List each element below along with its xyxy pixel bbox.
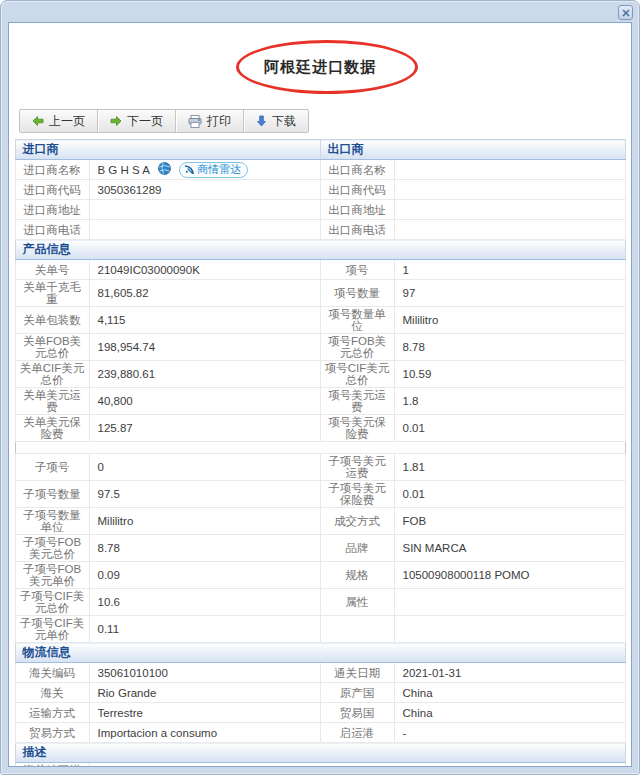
field-label: 项号数量 (320, 280, 394, 307)
printer-icon (188, 115, 202, 128)
field-label: 项号 (320, 260, 394, 280)
field-label (320, 616, 394, 643)
field-label: 关单FOB美元总价 (15, 334, 89, 361)
section-header-row: 进口商 出口商 (15, 140, 625, 160)
field-value: 10.6 (89, 589, 320, 616)
field-label: 子项号FOB美元单价 (15, 562, 89, 589)
section-header-product: 产品信息 (15, 240, 625, 260)
table-row: 子项号CIF美元总价 10.6 属性 (15, 589, 625, 616)
prev-page-label: 上一页 (49, 114, 85, 128)
field-label: 子项号美元运费 (320, 454, 394, 481)
field-label: 属性 (320, 589, 394, 616)
business-radar-label: 商情雷达 (197, 163, 241, 176)
field-label: 子项号数量单位 (15, 508, 89, 535)
field-label: 关单号 (15, 260, 89, 280)
table-row: 关单号 21049IC03000090K 项号 1 (15, 260, 625, 280)
download-label: 下载 (272, 114, 296, 128)
table-row: 进口商名称 B G H S A (15, 160, 625, 180)
table-row: 海关编码 35061010100 通关日期 2021-01-31 (15, 663, 625, 683)
section-header-row: 产品信息 (15, 240, 625, 260)
table-row: 关单包装数 4,115 项号数量单位 Mililitro (15, 307, 625, 334)
field-label: 海关编码描述 (15, 763, 89, 768)
close-button[interactable] (618, 5, 633, 20)
field-value: 0.11 (89, 616, 320, 643)
field-value (394, 616, 625, 643)
field-value (89, 220, 320, 240)
field-label: 进口商名称 (15, 160, 89, 180)
field-label: 进口商地址 (15, 200, 89, 220)
section-header-exporter: 出口商 (320, 140, 625, 160)
hs-code-description: EN ENVASES DE PESO NETO INFERIOR O IGUAL… (89, 763, 625, 768)
field-value: Mililitro (89, 508, 320, 535)
table-row: 子项号CIF美元单价 0.11 (15, 616, 625, 643)
importer-name-cell: B G H S A (89, 160, 320, 180)
field-value (394, 589, 625, 616)
print-label: 打印 (207, 114, 231, 128)
field-label: 关单CIF美元总价 (15, 361, 89, 388)
field-value: 1 (394, 260, 625, 280)
field-label: 运输方式 (15, 703, 89, 723)
field-value (394, 200, 625, 220)
field-label: 出口商名称 (320, 160, 394, 180)
field-value: Mililitro (394, 307, 625, 334)
field-value (394, 220, 625, 240)
next-page-button[interactable]: 下一页 (98, 110, 175, 132)
table-row: 关单美元运费 40,800 项号美元运费 1.8 (15, 388, 625, 415)
table-row: 子项号数量单位 Mililitro 成交方式 FOB (15, 508, 625, 535)
field-value: 3050361289 (89, 180, 320, 200)
section-header-row: 物流信息 (15, 643, 625, 663)
field-label: 子项号FOB美元总价 (15, 535, 89, 562)
table-row: 进口商代码 3050361289 出口商代码 (15, 180, 625, 200)
field-label: 规格 (320, 562, 394, 589)
field-label: 子项号美元保险费 (320, 481, 394, 508)
field-value: 97 (394, 280, 625, 307)
field-label: 项号数量单位 (320, 307, 394, 334)
field-label: 项号美元运费 (320, 388, 394, 415)
page-title: 阿根廷进口数据 (264, 58, 376, 77)
field-value: 10500908000118 POMO (394, 562, 625, 589)
arrow-right-icon (110, 115, 122, 127)
field-value: 2021-01-31 (394, 663, 625, 683)
section-header-logistics: 物流信息 (15, 643, 625, 663)
spacer-cell (15, 442, 625, 454)
field-value: Importacion a consumo (89, 723, 320, 743)
field-value: 8.78 (394, 334, 625, 361)
field-value: 40,800 (89, 388, 320, 415)
field-label: 通关日期 (320, 663, 394, 683)
field-value: 1.81 (394, 454, 625, 481)
prev-page-button[interactable]: 上一页 (20, 110, 97, 132)
arrow-down-icon (256, 115, 267, 127)
field-value: SIN MARCA (394, 535, 625, 562)
field-value: 21049IC03000090K (89, 260, 320, 280)
field-label: 项号FOB美元总价 (320, 334, 394, 361)
section-header-importer: 进口商 (15, 140, 320, 160)
dialog-window: 阿根廷进口数据 上一页 下一页 (0, 0, 640, 775)
field-label: 出口商地址 (320, 200, 394, 220)
table-row: 进口商电话 出口商电话 (15, 220, 625, 240)
field-value: 1.8 (394, 388, 625, 415)
print-button[interactable]: 打印 (176, 110, 243, 132)
field-label: 贸易国 (320, 703, 394, 723)
table-row: 运输方式 Terrestre 贸易国 China (15, 703, 625, 723)
field-label: 关单包装数 (15, 307, 89, 334)
field-value: Terrestre (89, 703, 320, 723)
field-label: 品牌 (320, 535, 394, 562)
field-value: 0.09 (89, 562, 320, 589)
section-header-description: 描述 (15, 743, 625, 763)
field-value: 239,880.61 (89, 361, 320, 388)
field-label: 关单美元保险费 (15, 415, 89, 442)
field-label: 进口商电话 (15, 220, 89, 240)
globe-icon[interactable] (158, 162, 171, 177)
table-row: 关单千克毛重 81,605.82 项号数量 97 (15, 280, 625, 307)
table-row: 海关 Rio Grande 原产国 China (15, 683, 625, 703)
business-radar-badge[interactable]: 商情雷达 (179, 162, 248, 178)
field-value: 10.59 (394, 361, 625, 388)
field-label: 子项号CIF美元总价 (15, 589, 89, 616)
field-value: 0 (89, 454, 320, 481)
table-row: 子项号FOB美元总价 8.78 品牌 SIN MARCA (15, 535, 625, 562)
field-value: 125.87 (89, 415, 320, 442)
table-row: 子项号数量 97.5 子项号美元保险费 0.01 (15, 481, 625, 508)
field-value: 97.5 (89, 481, 320, 508)
download-button[interactable]: 下载 (244, 110, 308, 132)
field-label: 贸易方式 (15, 723, 89, 743)
